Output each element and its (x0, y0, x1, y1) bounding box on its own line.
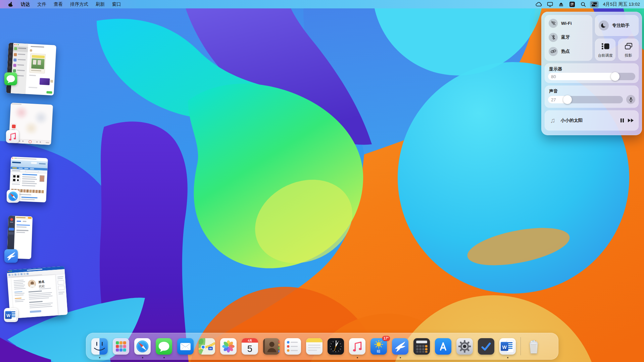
control-center-icon[interactable] (590, 1, 599, 8)
connectivity-card: Wi-Fi 蓝牙 热点 (545, 15, 592, 61)
display-label: 显示器 (549, 66, 562, 72)
bluetooth-label: 蓝牙 (561, 34, 570, 40)
menu-refresh[interactable]: 刷新 (92, 1, 108, 8)
bluetooth-off-icon (549, 33, 558, 42)
display-card: 显示器 80 (545, 63, 639, 83)
dock-calculator[interactable] (413, 338, 430, 355)
dock-mail[interactable] (177, 338, 194, 355)
eject-icon[interactable] (557, 1, 565, 8)
pause-button[interactable] (620, 118, 624, 123)
running-indicator (400, 357, 401, 358)
word-doc-place-label: 此处 (39, 284, 45, 289)
menu-window[interactable]: 窗口 (109, 1, 125, 8)
now-playing-card[interactable]: ♫ 小小的太阳 (545, 110, 639, 131)
focus-toggle[interactable]: 专注助手 (595, 15, 639, 36)
moon-icon (599, 20, 609, 31)
messages-app-badge (4, 72, 17, 86)
dock-messages[interactable] (155, 338, 172, 355)
sound-volume-slider[interactable]: 27 (548, 96, 623, 103)
dock: 17° (86, 333, 558, 360)
wifi-label: Wi-Fi (561, 21, 572, 26)
dock-trash[interactable] (525, 338, 542, 355)
running-indicator (507, 357, 508, 358)
dock-clock[interactable] (327, 338, 344, 355)
stage-manager-button[interactable]: 台前调度 (595, 39, 615, 61)
menu-sort[interactable]: 排序方式 (67, 1, 92, 8)
dock-notes[interactable] (306, 338, 323, 355)
window-preview-messages[interactable] (7, 44, 55, 94)
music-note-icon: ♫ (550, 116, 555, 124)
menu-file[interactable]: 文件 (34, 1, 50, 8)
dock-safari[interactable] (134, 338, 151, 355)
dock-photos[interactable] (220, 338, 237, 355)
microphone-button[interactable] (626, 95, 635, 104)
control-center-panel: Wi-Fi 蓝牙 热点 专注助手 (541, 12, 642, 135)
music-app-badge (6, 130, 19, 143)
sound-slider-thumb[interactable] (563, 95, 572, 104)
hotspot-label: 热点 (561, 48, 570, 54)
running-indicator (99, 357, 100, 358)
menu-app-name[interactable]: 访达 (17, 1, 33, 8)
running-indicator (163, 357, 165, 358)
apple-menu[interactable] (5, 1, 17, 8)
running-indicator (357, 357, 358, 358)
window-preview-word[interactable]: 姓名 此处 (8, 268, 66, 317)
sound-card: 声音 27 (545, 86, 639, 108)
dock-settings[interactable] (456, 338, 473, 355)
focus-label: 专注助手 (612, 22, 630, 29)
dock-music[interactable] (349, 338, 366, 355)
word-app-badge (4, 308, 18, 322)
thunder-app-badge (4, 249, 18, 263)
now-playing-title: 小小的太阳 (561, 117, 583, 123)
running-indicator (142, 357, 143, 358)
display-brightness-slider[interactable]: 80 (548, 73, 635, 80)
cloud-status-icon[interactable] (535, 1, 543, 8)
stage-manager-icon (601, 43, 609, 50)
sound-label: 声音 (549, 88, 558, 94)
dock-maps[interactable] (198, 338, 215, 355)
window-preview-thunder[interactable] (8, 216, 32, 259)
wifi-off-icon (549, 19, 558, 28)
fast-forward-button[interactable] (628, 118, 634, 122)
menu-view[interactable]: 查看 (50, 1, 66, 8)
dock-separator (521, 337, 521, 355)
word-doc-name-label: 姓名 (38, 279, 45, 284)
display-slider-thumb[interactable] (611, 72, 620, 81)
display-brightness-value: 80 (548, 73, 615, 80)
menu-bar: 访达 文件 查看 排序方式 刷新 窗口 拼 (0, 0, 644, 8)
bluetooth-toggle[interactable]: 蓝牙 (545, 30, 592, 44)
dock-app-store[interactable] (435, 338, 452, 355)
menu-bar-clock[interactable]: 4月5日 周五 13:02 (603, 1, 640, 7)
apple-logo (8, 1, 13, 7)
mirroring-label: 投影 (618, 53, 639, 58)
microphone-icon (629, 97, 633, 102)
dock-calendar[interactable] (241, 338, 258, 355)
display-status-icon[interactable] (546, 1, 554, 8)
dock-launchpad[interactable] (112, 338, 130, 355)
hotspot-toggle[interactable]: 热点 (545, 44, 592, 58)
window-preview-safari[interactable] (10, 157, 47, 202)
dock-contacts[interactable] (263, 338, 280, 355)
mirroring-icon (625, 43, 633, 50)
search-icon[interactable] (579, 1, 588, 8)
desktop: 280 (0, 0, 644, 362)
pinyin-input-icon[interactable]: 拼 (568, 1, 577, 8)
dock-thunder[interactable] (392, 338, 409, 355)
safari-app-badge (6, 190, 20, 203)
dock-todo-check[interactable] (478, 338, 495, 355)
dock-word[interactable] (499, 338, 516, 355)
stage-manager-label: 台前调度 (595, 53, 615, 58)
dock-finder[interactable] (91, 338, 108, 355)
screen-mirroring-button[interactable]: 投影 (618, 39, 639, 61)
dock-reminders[interactable] (284, 338, 301, 355)
wifi-toggle[interactable]: Wi-Fi (545, 16, 592, 30)
weather-temp-badge: 17° (382, 336, 390, 341)
dock-weather[interactable]: 17° (370, 338, 387, 355)
hotspot-link-icon (549, 47, 558, 56)
window-preview-music[interactable] (10, 104, 52, 144)
